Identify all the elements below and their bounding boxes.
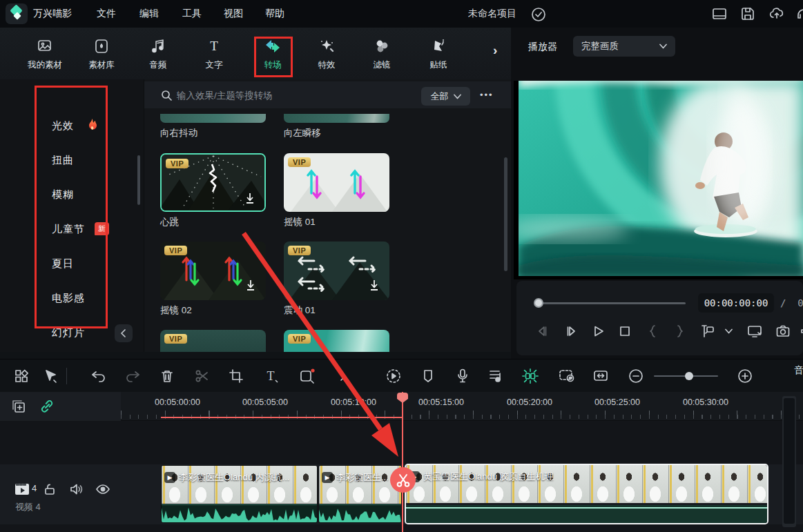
project-saved-check-icon [530,6,547,23]
transition-thumb-partial[interactable] [284,114,389,123]
timeline-clip-2[interactable]: ▶李彩霞医生... [318,465,402,523]
ruler-label: 00:05:00:00 [148,397,206,407]
split-scissors-icon[interactable] [194,368,209,384]
more-options-button[interactable]: ••• [480,90,494,100]
select-cursor-icon[interactable] [42,368,57,384]
scene-detection-icon[interactable] [521,366,539,386]
add-track-icon[interactable] [10,398,27,415]
scrollbar-thumb[interactable] [784,398,795,524]
menu-view[interactable]: 视图 [224,8,243,20]
redo-icon[interactable] [124,368,141,384]
media-blocks-icon[interactable] [14,368,29,384]
screen-record-icon[interactable] [558,368,576,384]
transition-label: 心跳 [160,216,179,228]
timeline-clip-1[interactable]: ▶李彩霞医生Olandu 内源抗... [161,465,318,523]
quality-dropdown[interactable]: 完整画质 [573,36,675,57]
track-header-top [0,392,121,421]
transition-label: 摇镜 01 [284,216,316,228]
marker-chevron-icon[interactable] [725,328,733,334]
track-visibility-eye-icon[interactable] [95,483,110,495]
delete-trash-icon[interactable] [159,368,175,384]
stop-icon[interactable] [619,325,631,337]
save-icon[interactable] [739,6,756,22]
tab-filters[interactable]: 滤镜 [357,36,407,71]
search-input[interactable]: 输入效果/主题等搜转场 [177,90,273,102]
mask-tool-icon[interactable] [298,368,315,384]
vip-badge: VIP [288,157,311,167]
seek-knob[interactable] [534,298,543,308]
ruler-label: 00:05:10:00 [325,397,383,407]
seek-bar[interactable] [539,302,686,304]
menu-tools[interactable]: 工具 [182,8,202,20]
text-tool-icon[interactable]: T [263,368,280,384]
menu-help[interactable]: 帮助 [265,8,284,20]
grid-scrollbar[interactable] [504,157,507,271]
app-logo-icon[interactable] [6,3,28,24]
sidebar-scrollbar[interactable] [137,155,140,205]
zoom-out-icon[interactable] [628,368,644,384]
timeline-ruler[interactable]: 00:05:00:00 00:05:05:00 00:05:10:00 00:0… [121,392,803,421]
auto-ripple-icon[interactable] [592,368,609,384]
tab-my-media[interactable]: 我的素材 [20,36,70,71]
mark-in-brace-icon[interactable] [648,324,657,338]
render-preview-icon[interactable] [385,368,402,384]
playhead[interactable] [402,392,403,532]
mark-out-brace-icon[interactable] [675,324,685,338]
category-slideshow[interactable]: 幻灯片 [52,326,85,340]
transition-card-pan-02[interactable]: VIP [160,242,266,300]
timeline-clip-3-selected[interactable]: ▶黄宝雪医生Olandu 胶原自生机理 [405,464,768,524]
link-clips-icon[interactable] [39,398,55,415]
next-frame-icon[interactable] [564,324,578,338]
tab-effects[interactable]: 特效 [302,36,351,71]
search-bar[interactable]: 输入效果/主题等搜转场 全部 ••• [144,81,512,108]
cloud-upload-icon[interactable] [768,6,785,22]
timeline-vertical-scrollbar[interactable] [782,396,796,527]
marker-flag-icon[interactable] [421,368,435,384]
layout-icon[interactable] [711,6,728,22]
record-voiceover-mic-icon[interactable] [456,368,470,384]
play-icon[interactable] [592,324,606,338]
tabs-overflow-chevron[interactable]: › [493,43,497,58]
menu-file[interactable]: 文件 [97,8,116,20]
collapse-sidebar-button[interactable] [115,324,133,342]
duration-timecode: / 00: [780,297,803,308]
vip-badge: VIP [164,334,187,344]
zoom-in-icon[interactable] [737,368,753,384]
transition-card-shake-01[interactable]: VIP [284,242,389,300]
vip-badge: VIP [288,246,311,255]
tab-audio[interactable]: 音频 [133,36,183,71]
tab-stickers[interactable]: 贴纸 [414,36,463,71]
timeline-zoom-knob[interactable] [685,372,693,380]
menubar: 万兴喵影 文件 编辑 工具 视图 帮助 未命名项目 [0,0,803,28]
filter-dropdown[interactable]: 全部 [421,87,470,106]
tab-library[interactable]: 素材库 [77,36,126,71]
transition-card-heartbeat[interactable]: VIP [160,153,266,212]
menu-edit[interactable]: 编辑 [139,8,159,20]
display-output-icon[interactable] [746,324,763,339]
transition-label: 摇镜 02 [160,304,192,317]
undo-icon[interactable] [90,368,107,384]
crop-icon[interactable] [229,368,244,384]
toolbar-overflow-chevron[interactable] [338,371,348,382]
ruler-label: 00:05:30:00 [677,397,735,407]
transition-label: 震动 01 [284,304,316,317]
transition-thumb-partial[interactable] [160,114,266,123]
effects-icon [318,37,336,55]
previous-frame-icon[interactable] [536,324,550,338]
snapshot-camera-icon[interactable] [775,324,791,339]
track-speaker-icon[interactable] [69,482,84,496]
library-icon [93,38,110,55]
toolbar-divider [66,368,67,384]
transition-card-partial[interactable]: VIP [160,330,266,352]
my-media-icon [36,38,54,55]
tab-text[interactable]: T 文字 [189,36,239,71]
unlock-icon[interactable] [43,482,57,496]
headset-icon[interactable] [795,6,803,22]
audio-stretch-icon[interactable] [487,368,504,384]
mute-speaker-icon[interactable] [800,324,803,339]
transition-label: 向左瞬移 [284,127,321,139]
marker-tool-icon[interactable] [699,324,716,339]
transition-card-pan-01[interactable]: VIP [284,153,389,212]
transition-card-partial[interactable]: VIP [284,330,389,352]
split-at-playhead-button[interactable] [390,467,416,493]
